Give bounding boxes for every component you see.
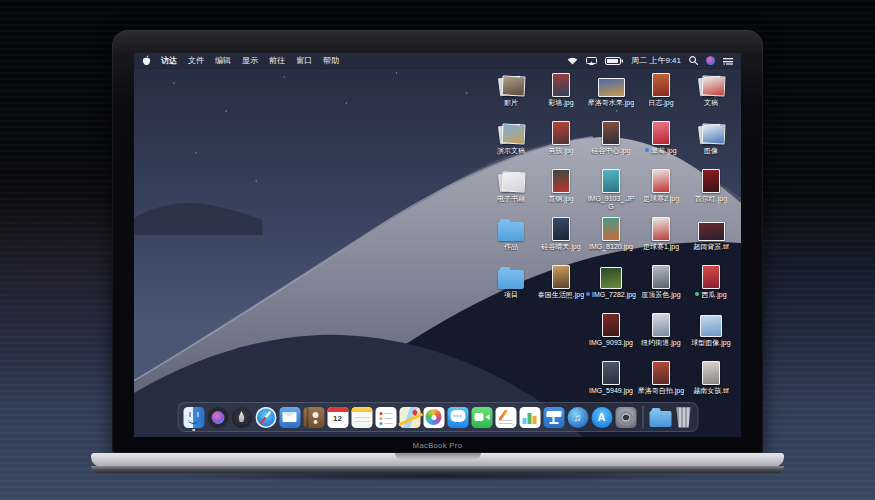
dock-calendar-icon[interactable]: 12 — [327, 407, 348, 428]
siri-icon[interactable] — [706, 56, 715, 65]
desktop-icon-足球赛1.jpg[interactable]: 足球赛1.jpg — [636, 214, 686, 262]
icon-label: 摩洛哥水果.jpg — [588, 99, 634, 107]
apple-menu[interactable] — [142, 55, 151, 66]
desktop-icon-草莓.jpg[interactable]: 草莓.jpg — [636, 118, 686, 166]
file-icon — [702, 262, 720, 289]
file-icon — [602, 118, 620, 145]
desktop-icon-超阔背景.tif[interactable]: 超阔背景.tif — [686, 214, 736, 262]
file-icon — [652, 214, 670, 241]
device-label: MacBook Pro — [112, 441, 763, 450]
desktop-icon-首尔红.jpg[interactable]: 首尔红.jpg — [686, 166, 736, 214]
file-icon — [602, 310, 620, 337]
dock-itunes-icon[interactable]: ♫ — [567, 407, 588, 428]
dock-launchpad-icon[interactable] — [231, 407, 252, 428]
desktop-icon-作品[interactable]: 作品 — [486, 214, 536, 262]
desktop-icon-男孩.jpg[interactable]: 男孩.jpg — [536, 118, 586, 166]
dock-maps-icon[interactable] — [399, 407, 420, 428]
dock-appstore-icon[interactable]: A — [591, 407, 612, 428]
desktop-icon-演示文稿[interactable]: 演示文稿 — [486, 118, 536, 166]
desktop-icon-IMG_7282.jpg[interactable]: IMG_7282.jpg — [586, 262, 636, 310]
file-icon — [702, 166, 720, 193]
desktop-icon-项目[interactable]: 项目 — [486, 262, 536, 310]
desktop-icon-摩洛哥水果.jpg[interactable]: 摩洛哥水果.jpg — [586, 70, 636, 118]
desktop-icon-IMG_8120.jpg[interactable]: IMG_8120.jpg — [586, 214, 636, 262]
dock-finder-icon[interactable] — [183, 407, 204, 428]
desktop-icon-足球赛2.jpg[interactable]: 足球赛2.jpg — [636, 166, 686, 214]
airplay-icon[interactable] — [586, 57, 597, 65]
dock-numbers-icon[interactable] — [519, 407, 540, 428]
desktop-icon-硅谷中心.jpg[interactable]: 硅谷中心.jpg — [586, 118, 636, 166]
desktop-icon-屋顶景色.jpg[interactable]: 屋顶景色.jpg — [636, 262, 686, 310]
desktop-icon-越南女孩.tif[interactable]: 越南女孩.tif — [686, 358, 736, 406]
file-icon — [652, 166, 670, 193]
desktop-icon-泰国生活照.jpg[interactable]: 泰国生活照.jpg — [536, 262, 586, 310]
dock-mail-icon[interactable] — [279, 407, 300, 428]
clock[interactable]: 周二 上午9:41 — [631, 55, 681, 66]
icon-label: 越南女孩.tif — [693, 387, 728, 395]
desktop-icon-球型图像.jpg[interactable]: 球型图像.jpg — [686, 310, 736, 358]
desktop-icon-文稿[interactable]: 文稿 — [686, 70, 736, 118]
menu-item-6[interactable]: 帮助 — [323, 55, 339, 66]
dock-notes-icon[interactable] — [351, 407, 372, 428]
dock-messages-icon[interactable] — [447, 407, 468, 428]
desktop-icon-彩墙.jpg[interactable]: 彩墙.jpg — [536, 70, 586, 118]
dock-keynote-icon[interactable] — [543, 407, 564, 428]
tag-dot — [586, 292, 590, 296]
icon-label: 草莓.jpg — [645, 147, 676, 155]
icon-label: 首尔红.jpg — [695, 195, 727, 203]
icon-label: 摩洛哥自拍.jpg — [638, 387, 684, 395]
battery-icon[interactable] — [605, 57, 623, 65]
menu-item-3[interactable]: 显示 — [242, 55, 258, 66]
icon-label: 首钢.jpg — [548, 195, 573, 203]
dock-sysprefs-icon[interactable] — [615, 407, 636, 428]
desktop-icon-首钢.jpg[interactable]: 首钢.jpg — [536, 166, 586, 214]
icon-label: 演示文稿 — [497, 147, 525, 155]
desktop-icon-IMG_9093.jpg[interactable]: IMG_9093.jpg — [586, 310, 636, 358]
icon-label: 纽约街道.jpg — [641, 339, 680, 347]
file-icon — [552, 262, 570, 289]
desktop-icon-IMG_5949.jpg[interactable]: IMG_5949.jpg — [586, 358, 636, 406]
desktop-icon-摩洛哥自拍.jpg[interactable]: 摩洛哥自拍.jpg — [636, 358, 686, 406]
dock-contacts-icon[interactable] — [303, 407, 324, 428]
file-icon — [600, 262, 622, 289]
menu-item-2[interactable]: 编辑 — [215, 55, 231, 66]
desktop-grid: 影片彩墙.jpg摩洛哥水果.jpg日志.jpg文稿演示文稿男孩.jpg硅谷中心.… — [486, 70, 736, 406]
notification-center-icon[interactable] — [723, 57, 733, 65]
desktop-icon-电子书籍[interactable]: 电子书籍 — [486, 166, 536, 214]
menu-item-5[interactable]: 窗口 — [296, 55, 312, 66]
dock-facetime-icon[interactable] — [471, 407, 492, 428]
icon-label: IMG_9093.jpg — [589, 339, 633, 347]
file-icon — [700, 310, 722, 337]
apple-logo-icon — [142, 55, 151, 66]
menu-bar: 访达文件编辑显示前往窗口帮助 周二 上午9:41 — [134, 53, 741, 68]
menu-item-1[interactable]: 文件 — [188, 55, 204, 66]
dock-pages-icon[interactable] — [495, 407, 516, 428]
dock-reminders-icon[interactable] — [375, 407, 396, 428]
dock-siri-icon[interactable] — [207, 407, 228, 428]
laptop-shadow — [60, 471, 815, 487]
icon-label: 电子书籍 — [497, 195, 525, 203]
stack-icon — [498, 166, 524, 193]
wifi-icon[interactable] — [567, 57, 578, 65]
desktop-icon-影片[interactable]: 影片 — [486, 70, 536, 118]
dock-downloads-folder-icon[interactable] — [649, 411, 671, 427]
icon-label: 作品 — [504, 243, 518, 251]
dock-trash-icon[interactable] — [675, 407, 692, 428]
dock-safari-icon[interactable] — [255, 407, 276, 428]
desktop-icon-图像[interactable]: 图像 — [686, 118, 736, 166]
desktop-icon-日志.jpg[interactable]: 日志.jpg — [636, 70, 686, 118]
spotlight-icon[interactable] — [689, 56, 698, 65]
menu-item-4[interactable]: 前往 — [269, 55, 285, 66]
file-icon — [552, 214, 570, 241]
dock: 12♫A — [177, 402, 698, 432]
macbook-base — [91, 453, 784, 467]
desktop-icon-IMG_9103_.JPG[interactable]: IMG_9103_.JPG — [586, 166, 636, 214]
icon-label: 硅谷中心.jpg — [591, 147, 630, 155]
desktop-icon-西瓜.jpg[interactable]: 西瓜.jpg — [686, 262, 736, 310]
desktop-icon-纽约街道.jpg[interactable]: 纽约街道.jpg — [636, 310, 686, 358]
icon-label: IMG_5949.jpg — [589, 387, 633, 395]
macbook-display: 访达文件编辑显示前往窗口帮助 周二 上午9:41 — [134, 53, 741, 437]
dock-photos-icon[interactable] — [423, 407, 444, 428]
menu-item-0[interactable]: 访达 — [161, 55, 177, 66]
desktop-icon-硅谷晴天.jpg[interactable]: 硅谷晴天.jpg — [536, 214, 586, 262]
